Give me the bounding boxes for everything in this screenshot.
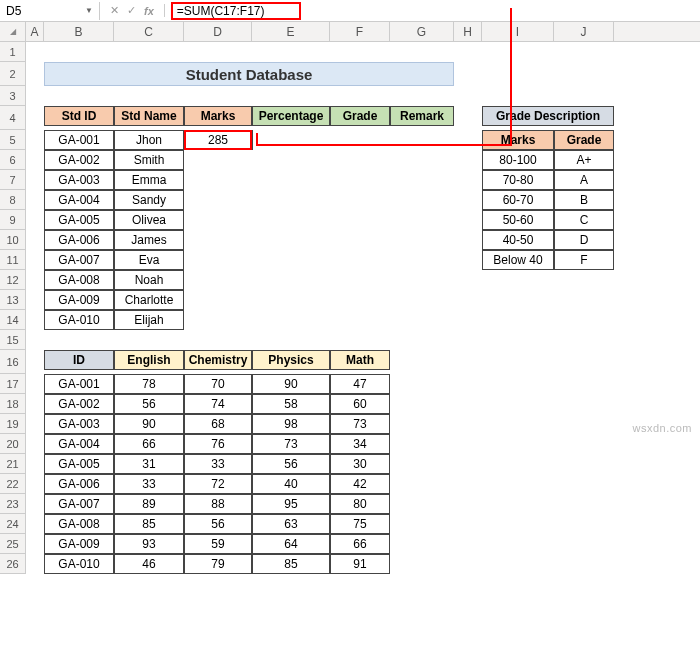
t1-id[interactable]: GA-003 bbox=[44, 170, 114, 190]
t2-marks[interactable]: Below 40 bbox=[482, 250, 554, 270]
cancel-icon[interactable]: ✕ bbox=[110, 4, 119, 17]
t3-id[interactable]: GA-002 bbox=[44, 394, 114, 414]
col-header-j[interactable]: J bbox=[554, 22, 614, 41]
name-box-dropdown-icon[interactable]: ▼ bbox=[85, 6, 93, 15]
t3-chem[interactable]: 88 bbox=[184, 494, 252, 514]
t3-phys[interactable]: 40 bbox=[252, 474, 330, 494]
t3-eng[interactable]: 66 bbox=[114, 434, 184, 454]
t2-grade[interactable]: C bbox=[554, 210, 614, 230]
t1-name[interactable]: Elijah bbox=[114, 310, 184, 330]
t1-id[interactable]: GA-007 bbox=[44, 250, 114, 270]
t3-math[interactable]: 75 bbox=[330, 514, 390, 534]
t3-phys[interactable]: 98 bbox=[252, 414, 330, 434]
row-header-21[interactable]: 21 bbox=[0, 454, 26, 474]
t3-eng[interactable]: 33 bbox=[114, 474, 184, 494]
t1-name[interactable]: Charlotte bbox=[114, 290, 184, 310]
t1-name[interactable]: Smith bbox=[114, 150, 184, 170]
col-header-a[interactable]: A bbox=[26, 22, 44, 41]
row-header-6[interactable]: 6 bbox=[0, 150, 26, 170]
cell[interactable] bbox=[252, 130, 330, 150]
t3-phys[interactable]: 64 bbox=[252, 534, 330, 554]
row-header-24[interactable]: 24 bbox=[0, 514, 26, 534]
t3-eng[interactable]: 90 bbox=[114, 414, 184, 434]
row-header-5[interactable]: 5 bbox=[0, 130, 26, 150]
row-header-1[interactable]: 1 bbox=[0, 42, 26, 62]
row-header-14[interactable]: 14 bbox=[0, 310, 26, 330]
row-header-17[interactable]: 17 bbox=[0, 374, 26, 394]
t3-eng[interactable]: 93 bbox=[114, 534, 184, 554]
t3-phys[interactable]: 63 bbox=[252, 514, 330, 534]
formula-input[interactable]: =SUM(C17:F17) bbox=[165, 0, 700, 22]
t3-id[interactable]: GA-004 bbox=[44, 434, 114, 454]
t3-eng[interactable]: 56 bbox=[114, 394, 184, 414]
t3-math[interactable]: 34 bbox=[330, 434, 390, 454]
t2-marks[interactable]: 70-80 bbox=[482, 170, 554, 190]
t1-name[interactable]: Eva bbox=[114, 250, 184, 270]
t2-marks[interactable]: 40-50 bbox=[482, 230, 554, 250]
t2-grade[interactable]: D bbox=[554, 230, 614, 250]
t3-chem[interactable]: 72 bbox=[184, 474, 252, 494]
row-header-22[interactable]: 22 bbox=[0, 474, 26, 494]
t3-eng[interactable]: 46 bbox=[114, 554, 184, 574]
t1-id[interactable]: GA-009 bbox=[44, 290, 114, 310]
t1-name[interactable]: Noah bbox=[114, 270, 184, 290]
row-header-4[interactable]: 4 bbox=[0, 106, 26, 130]
t1-name[interactable]: Olivea bbox=[114, 210, 184, 230]
t3-math[interactable]: 42 bbox=[330, 474, 390, 494]
row-header-26[interactable]: 26 bbox=[0, 554, 26, 574]
name-box[interactable]: D5 ▼ bbox=[0, 2, 100, 20]
t2-grade[interactable]: B bbox=[554, 190, 614, 210]
row-header-7[interactable]: 7 bbox=[0, 170, 26, 190]
t3-math[interactable]: 60 bbox=[330, 394, 390, 414]
col-header-c[interactable]: C bbox=[114, 22, 184, 41]
t3-eng[interactable]: 85 bbox=[114, 514, 184, 534]
t3-id[interactable]: GA-010 bbox=[44, 554, 114, 574]
t3-chem[interactable]: 33 bbox=[184, 454, 252, 474]
col-header-b[interactable]: B bbox=[44, 22, 114, 41]
row-header-16[interactable]: 16 bbox=[0, 350, 26, 374]
col-header-i[interactable]: I bbox=[482, 22, 554, 41]
t1-id[interactable]: GA-005 bbox=[44, 210, 114, 230]
t3-chem[interactable]: 59 bbox=[184, 534, 252, 554]
t3-id[interactable]: GA-007 bbox=[44, 494, 114, 514]
t3-id[interactable]: GA-006 bbox=[44, 474, 114, 494]
t3-phys[interactable]: 73 bbox=[252, 434, 330, 454]
row-header-12[interactable]: 12 bbox=[0, 270, 26, 290]
row-header-23[interactable]: 23 bbox=[0, 494, 26, 514]
row-header-2[interactable]: 2 bbox=[0, 62, 26, 86]
col-header-h[interactable]: H bbox=[454, 22, 482, 41]
t3-phys[interactable]: 95 bbox=[252, 494, 330, 514]
t3-id[interactable]: GA-005 bbox=[44, 454, 114, 474]
col-header-e[interactable]: E bbox=[252, 22, 330, 41]
row-header-25[interactable]: 25 bbox=[0, 534, 26, 554]
t3-phys[interactable]: 85 bbox=[252, 554, 330, 574]
t1-name[interactable]: James bbox=[114, 230, 184, 250]
row-header-10[interactable]: 10 bbox=[0, 230, 26, 250]
t3-eng[interactable]: 89 bbox=[114, 494, 184, 514]
row-header-11[interactable]: 11 bbox=[0, 250, 26, 270]
t3-chem[interactable]: 76 bbox=[184, 434, 252, 454]
t1-name[interactable]: Emma bbox=[114, 170, 184, 190]
col-header-f[interactable]: F bbox=[330, 22, 390, 41]
selected-cell-d5[interactable]: 285 bbox=[184, 130, 252, 150]
t3-math[interactable]: 47 bbox=[330, 374, 390, 394]
cells-area[interactable]: wsxdn.com Student Database Std ID Std Na… bbox=[26, 42, 700, 574]
t3-id[interactable]: GA-009 bbox=[44, 534, 114, 554]
col-header-g[interactable]: G bbox=[390, 22, 454, 41]
t1-id[interactable]: GA-008 bbox=[44, 270, 114, 290]
row-header-3[interactable]: 3 bbox=[0, 86, 26, 106]
t3-math[interactable]: 73 bbox=[330, 414, 390, 434]
t3-chem[interactable]: 79 bbox=[184, 554, 252, 574]
t3-chem[interactable]: 56 bbox=[184, 514, 252, 534]
t3-phys[interactable]: 56 bbox=[252, 454, 330, 474]
t3-phys[interactable]: 90 bbox=[252, 374, 330, 394]
t3-chem[interactable]: 74 bbox=[184, 394, 252, 414]
col-header-d[interactable]: D bbox=[184, 22, 252, 41]
t3-math[interactable]: 30 bbox=[330, 454, 390, 474]
t2-grade[interactable]: F bbox=[554, 250, 614, 270]
row-header-19[interactable]: 19 bbox=[0, 414, 26, 434]
t3-id[interactable]: GA-008 bbox=[44, 514, 114, 534]
t1-id[interactable]: GA-002 bbox=[44, 150, 114, 170]
t1-name[interactable]: Jhon bbox=[114, 130, 184, 150]
t3-phys[interactable]: 58 bbox=[252, 394, 330, 414]
